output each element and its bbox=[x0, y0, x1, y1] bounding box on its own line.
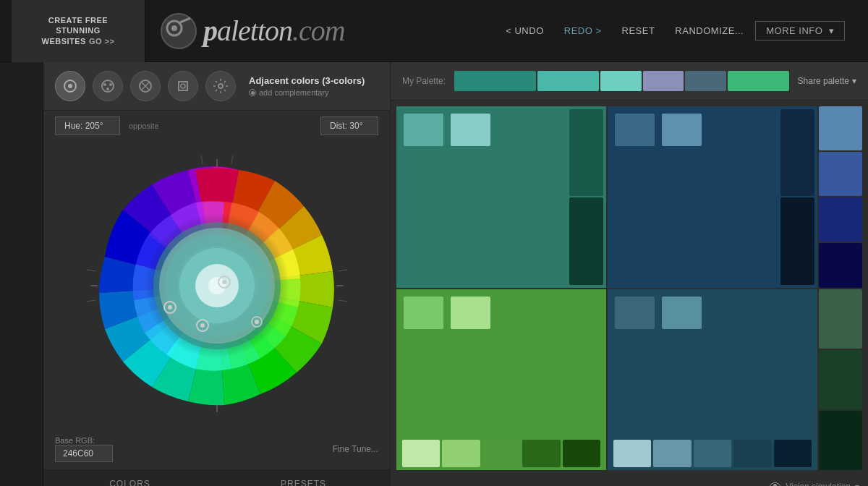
svg-line-37 bbox=[87, 300, 95, 302]
svg-point-7 bbox=[103, 83, 106, 86]
opposite-label: opposite bbox=[129, 122, 159, 130]
pal-swatch-5 bbox=[685, 71, 726, 91]
svg-rect-13 bbox=[179, 82, 187, 90]
radio-icon bbox=[249, 89, 256, 96]
svg-point-31 bbox=[255, 320, 259, 324]
xs-swatch-3d[interactable] bbox=[522, 440, 560, 467]
svg-point-2 bbox=[171, 25, 177, 31]
fine-tune-button[interactable]: Fine Tune... bbox=[333, 444, 378, 454]
share-palette-button[interactable]: Share palette ▾ bbox=[798, 76, 856, 86]
palette-bottom: 👁 Vision simulation ▾ bbox=[391, 476, 868, 486]
svg-line-39 bbox=[339, 300, 347, 302]
hue-dist-bar: Hue: 205° opposite Dist: 30° bbox=[43, 111, 390, 141]
ad-text: CREATE FREE STUNNING WEBSITES GO >> bbox=[42, 15, 115, 46]
ad-go: GO >> bbox=[89, 36, 115, 46]
side-swatch-3[interactable] bbox=[819, 197, 862, 242]
pal-swatch-2 bbox=[537, 71, 599, 91]
color-cell-4[interactable] bbox=[608, 289, 817, 471]
mode-adjacent-icon[interactable] bbox=[93, 71, 123, 101]
vision-simulation-button[interactable]: 👁 Vision simulation ▾ bbox=[770, 480, 859, 486]
palette-header: My Palette: Share palette ▾ bbox=[391, 62, 868, 101]
side-swatch-7[interactable] bbox=[819, 411, 862, 470]
logo-icon bbox=[160, 12, 197, 50]
color-cell-1[interactable] bbox=[396, 106, 606, 288]
xs-swatch-3a[interactable] bbox=[402, 440, 440, 467]
side-swatch-5[interactable] bbox=[819, 289, 862, 349]
palette-panel: My Palette: Share palette ▾ bbox=[391, 62, 868, 486]
wheel-panel: Adjacent colors (3-colors) add complemen… bbox=[43, 62, 391, 486]
pal-swatch-1 bbox=[454, 71, 536, 91]
logo-area: paletton.com bbox=[145, 12, 497, 50]
rgb-value[interactable]: 246C60 bbox=[55, 445, 113, 462]
mode-info: Adjacent colors (3-colors) add complemen… bbox=[249, 75, 378, 97]
side-swatch-6[interactable] bbox=[819, 350, 862, 409]
svg-line-40 bbox=[201, 155, 203, 164]
svg-point-14 bbox=[181, 84, 185, 88]
left-sidebar bbox=[0, 62, 43, 486]
vision-dropdown-icon: ▾ bbox=[855, 482, 859, 486]
svg-line-36 bbox=[87, 270, 95, 271]
redo-button[interactable]: REDO > bbox=[556, 21, 610, 40]
mode-mono-icon[interactable] bbox=[55, 71, 85, 101]
svg-line-41 bbox=[231, 155, 233, 164]
side-swatch-4[interactable] bbox=[819, 243, 862, 287]
randomize-button[interactable]: RANDOMIZE... bbox=[666, 21, 752, 40]
dropdown-arrow-icon: ▾ bbox=[829, 25, 835, 36]
svg-point-15 bbox=[218, 84, 223, 88]
undo-button[interactable]: < UNDO bbox=[497, 21, 552, 40]
xs-swatch-4b[interactable] bbox=[653, 440, 691, 467]
logo-text: paletton.com bbox=[203, 14, 345, 48]
hue-input[interactable]: Hue: 205° bbox=[55, 116, 120, 135]
xs-swatch-3c[interactable] bbox=[482, 440, 520, 467]
wheel-bottom-tabs: COLORS PRESETS bbox=[43, 469, 390, 486]
xs-swatch-3b[interactable] bbox=[442, 440, 480, 467]
side-swatch-2[interactable] bbox=[819, 152, 862, 196]
xs-swatch-4a[interactable] bbox=[613, 440, 651, 467]
colors-tab[interactable]: COLORS bbox=[43, 470, 217, 486]
dist-input[interactable]: Dist: 30° bbox=[320, 116, 378, 135]
color-cell-3[interactable] bbox=[396, 289, 606, 471]
color-cell-2[interactable] bbox=[608, 106, 817, 288]
more-info-button[interactable]: MORE INFO ▾ bbox=[755, 21, 845, 40]
svg-point-0 bbox=[161, 14, 196, 48]
main-content: Adjacent colors (3-colors) add complemen… bbox=[0, 62, 868, 486]
mode-bar: Adjacent colors (3-colors) add complemen… bbox=[43, 62, 390, 111]
eye-icon: 👁 bbox=[770, 480, 781, 486]
pal-swatch-4 bbox=[643, 71, 684, 91]
wheel-container[interactable] bbox=[43, 141, 390, 430]
nav-buttons: < UNDO REDO > RESET RANDOMIZE... MORE IN… bbox=[497, 21, 856, 40]
share-dropdown-icon: ▾ bbox=[852, 76, 856, 86]
xs-swatch-4e[interactable] bbox=[774, 440, 812, 467]
dark-swatch-2a[interactable] bbox=[780, 109, 814, 196]
color-wheel-svg[interactable] bbox=[80, 148, 354, 423]
svg-point-8 bbox=[109, 83, 112, 86]
side-swatch-1[interactable] bbox=[819, 106, 862, 150]
palette-preview bbox=[454, 71, 789, 91]
dark-swatch-1b[interactable] bbox=[569, 197, 603, 284]
rgb-label: Base RGB: bbox=[55, 436, 113, 445]
pal-swatch-3 bbox=[600, 71, 642, 91]
reset-button[interactable]: RESET bbox=[613, 21, 664, 40]
mode-settings-icon[interactable] bbox=[205, 71, 236, 101]
svg-point-27 bbox=[168, 305, 172, 310]
top-bar: CREATE FREE STUNNING WEBSITES GO >> pale… bbox=[0, 0, 868, 62]
ad-banner[interactable]: CREATE FREE STUNNING WEBSITES GO >> bbox=[12, 0, 145, 62]
rgb-bar: Base RGB: 246C60 Fine Tune... bbox=[43, 430, 390, 469]
svg-point-29 bbox=[200, 323, 205, 328]
xs-swatch-4d[interactable] bbox=[733, 440, 771, 467]
add-complementary[interactable]: add complementary bbox=[249, 88, 378, 97]
mode-tetrad-icon[interactable] bbox=[168, 71, 198, 101]
mode-triad-icon[interactable] bbox=[130, 71, 161, 101]
pal-swatch-6 bbox=[728, 71, 789, 91]
xs-swatch-3e[interactable] bbox=[563, 440, 600, 467]
mode-title: Adjacent colors (3-colors) bbox=[249, 75, 378, 86]
svg-line-38 bbox=[339, 270, 347, 271]
svg-point-23 bbox=[208, 277, 226, 294]
side-col-top bbox=[819, 106, 862, 288]
xs-swatch-4c[interactable] bbox=[694, 440, 731, 467]
dark-swatch-1a[interactable] bbox=[569, 109, 603, 196]
my-palette-label: My Palette: bbox=[402, 76, 446, 86]
svg-point-25 bbox=[222, 280, 226, 284]
presets-tab[interactable]: PRESETS bbox=[217, 470, 390, 486]
dark-swatch-2b[interactable] bbox=[780, 197, 814, 284]
